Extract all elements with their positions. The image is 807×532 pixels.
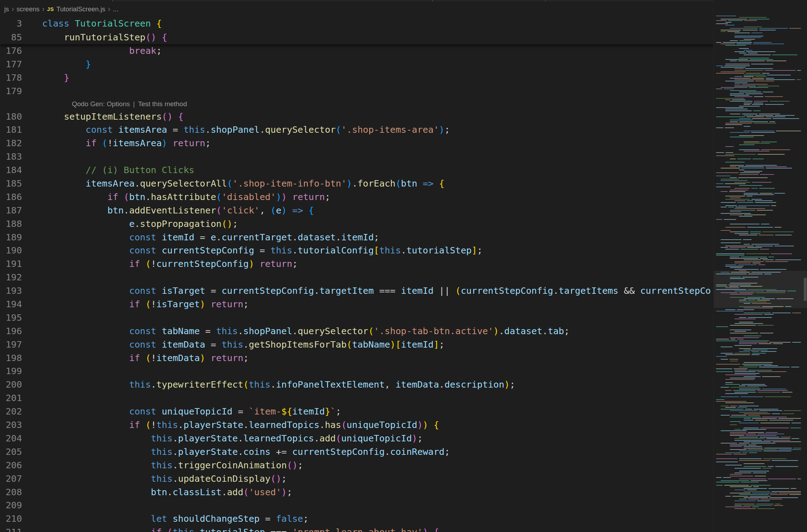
line-number[interactable]: 182: [0, 137, 22, 150]
code-line[interactable]: 195: [0, 311, 714, 325]
code-line[interactable]: 194 if (!isTarget) return;: [0, 298, 714, 311]
code-line[interactable]: 178 }: [0, 71, 714, 85]
code-line[interactable]: 203 if (!this.playerState.learnedTopics.…: [0, 418, 714, 432]
code-line[interactable]: 184 // (i) Button Clicks: [0, 164, 714, 177]
code-line[interactable]: 176 break;: [0, 44, 714, 58]
code-line[interactable]: 189 const itemId = e.currentTarget.datas…: [0, 231, 714, 244]
token: .: [172, 460, 178, 470]
code-lines[interactable]: 176 break;177 }178 }179Qodo Gen: Options…: [0, 44, 714, 532]
code-line[interactable]: 187 btn.addEventListener('click', (e) =>…: [0, 204, 714, 217]
line-number[interactable]: 194: [0, 298, 22, 311]
breadcrumb-item[interactable]: TutorialScreen.js: [56, 5, 105, 13]
minimap-token: [761, 351, 777, 352]
code-line[interactable]: 183: [0, 150, 714, 164]
code-line[interactable]: 202 const uniqueTopicId = `item-${itemId…: [0, 405, 714, 418]
line-number[interactable]: 178: [0, 71, 22, 85]
line-number[interactable]: 179: [0, 85, 22, 98]
minimap-line: [716, 342, 805, 343]
minimap-line: [716, 289, 805, 290]
line-number[interactable]: 187: [0, 204, 22, 217]
line-number[interactable]: 202: [0, 405, 22, 418]
minimap-token: [725, 110, 752, 111]
breadcrumb-item[interactable]: ...: [113, 5, 118, 13]
code-line[interactable]: 208 btn.classList.add('used');: [0, 486, 714, 499]
codelens-link[interactable]: Qodo Gen: Options: [72, 99, 130, 109]
code-line[interactable]: 193 const isTarget = currentStepConfig.t…: [0, 284, 714, 298]
code-line[interactable]: 182 if (!itemsArea) return;: [0, 137, 714, 150]
minimap-token: [742, 364, 772, 365]
breadcrumb-item[interactable]: js: [4, 5, 9, 13]
code-line[interactable]: 181 const itemsArea = this.shopPanel.que…: [0, 123, 714, 137]
code-line[interactable]: 198 if (!itemData) return;: [0, 351, 714, 365]
token: '.shop-tab-btn.active': [374, 326, 494, 336]
line-number[interactable]: 206: [0, 459, 22, 472]
code-line[interactable]: 199: [0, 365, 714, 378]
line-number[interactable]: 208: [0, 486, 22, 499]
line-number[interactable]: 205: [0, 445, 22, 459]
line-number[interactable]: 210: [0, 512, 22, 526]
line-number[interactable]: 188: [0, 217, 22, 231]
line-number[interactable]: 183: [0, 150, 22, 164]
code-line[interactable]: 209: [0, 499, 714, 512]
line-number[interactable]: 3: [0, 17, 22, 30]
minimap-token: [725, 465, 742, 465]
line-number[interactable]: 196: [0, 325, 22, 338]
code-line[interactable]: 201: [0, 391, 714, 405]
line-number[interactable]: 200: [0, 378, 22, 391]
code-line[interactable]: 186 if (btn.hasAttribute('disabled')) re…: [0, 190, 714, 204]
code-line[interactable]: 192: [0, 271, 714, 284]
line-number[interactable]: 211: [0, 526, 22, 532]
line-number[interactable]: 190: [0, 244, 22, 257]
minimap-token: [744, 104, 750, 105]
code-line[interactable]: 204 this.playerState.learnedTopics.add(u…: [0, 432, 714, 445]
minimap-line: [716, 239, 805, 240]
code-line[interactable]: 188 e.stopPropagation();: [0, 217, 714, 231]
code-line[interactable]: 205 this.playerState.coins += currentSte…: [0, 445, 714, 459]
line-number[interactable]: 199: [0, 365, 22, 378]
line-number[interactable]: 197: [0, 338, 22, 351]
line-number[interactable]: 193: [0, 284, 22, 298]
code-line[interactable]: 200 this.typewriterEffect(this.infoPanel…: [0, 378, 714, 391]
code-line[interactable]: 197 const itemData = this.getShopItemsFo…: [0, 338, 714, 351]
line-number[interactable]: 185: [0, 177, 22, 190]
code-line-sticky[interactable]: 3class TutorialScreen {: [0, 17, 714, 30]
code-line[interactable]: 180 setupItemListeners() {: [0, 110, 714, 124]
line-number[interactable]: 180: [0, 110, 22, 124]
code-line[interactable]: 191 if (!currentStepConfig) return;: [0, 257, 714, 271]
code-line[interactable]: 179: [0, 85, 714, 98]
line-number[interactable]: 195: [0, 311, 22, 325]
code-line[interactable]: 207 this.updateCoinDisplay();: [0, 472, 714, 486]
code-line[interactable]: 177 }: [0, 58, 714, 71]
line-number[interactable]: 177: [0, 58, 22, 71]
line-number[interactable]: 209: [0, 499, 22, 512]
line-number[interactable]: 189: [0, 231, 22, 244]
token: .: [401, 245, 406, 256]
scrollbar-thumb[interactable]: [804, 278, 807, 301]
line-number[interactable]: 85: [0, 30, 22, 44]
line-number[interactable]: 192: [0, 271, 22, 284]
line-number[interactable]: 184: [0, 164, 22, 177]
line-number[interactable]: 201: [0, 391, 22, 405]
line-number[interactable]: 198: [0, 351, 22, 365]
line-number[interactable]: 203: [0, 418, 22, 432]
line-number[interactable]: 191: [0, 257, 22, 271]
code-text: const tabName = this.shopPanel.querySele…: [22, 325, 569, 338]
line-number[interactable]: 181: [0, 123, 22, 137]
code-line[interactable]: 196 const tabName = this.shopPanel.query…: [0, 325, 714, 338]
code-line-sticky[interactable]: 85 runTutorialStep() {: [0, 30, 714, 44]
breadcrumb-item[interactable]: screens: [17, 5, 40, 13]
code-line[interactable]: 206 this.triggerCoinAnimation();: [0, 459, 714, 472]
code-line[interactable]: 210 let shouldChangeStep = false;: [0, 512, 714, 526]
codelens-link[interactable]: Test this method: [138, 99, 187, 109]
line-number[interactable]: 176: [0, 44, 22, 58]
code-line[interactable]: 185 itemsArea.querySelectorAll('.shop-it…: [0, 177, 714, 190]
minimap-token: [772, 55, 797, 55]
code-line[interactable]: 211 if (this.tutorialStep === 'prompt_le…: [0, 526, 714, 532]
line-number[interactable]: 186: [0, 190, 22, 204]
code-line[interactable]: 190 const currentStepConfig = this.tutor…: [0, 244, 714, 257]
line-number[interactable]: 204: [0, 432, 22, 445]
line-number[interactable]: 207: [0, 472, 22, 486]
minimap-token: [741, 257, 767, 257]
sticky-scroll[interactable]: 3class TutorialScreen {85 runTutorialSte…: [0, 17, 714, 44]
minimap[interactable]: [714, 0, 807, 532]
